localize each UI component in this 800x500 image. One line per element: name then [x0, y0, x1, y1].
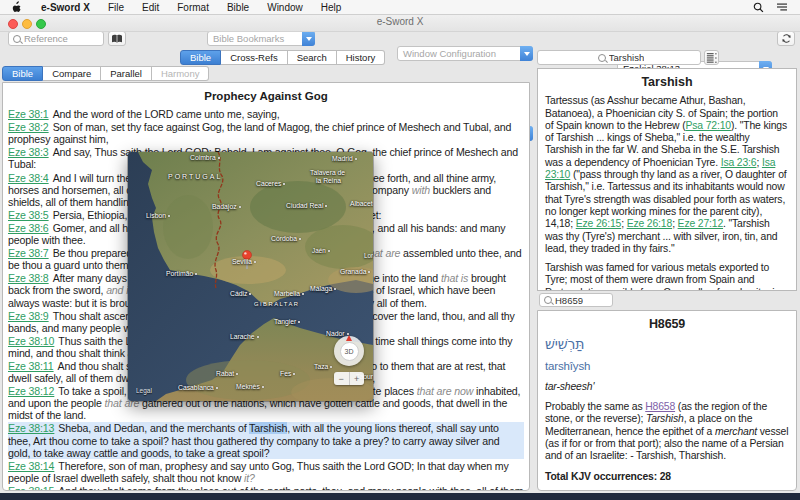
map-place-dot: [328, 250, 330, 252]
scripture-link[interactable]: H8658: [645, 401, 675, 412]
map-label: Lisbon: [146, 212, 170, 219]
map-place-name: Jaén: [312, 247, 326, 254]
bible-tabs: BibleCross-RefsSearchHistory: [180, 50, 385, 65]
verse-ref-link[interactable]: Eze 38:7: [8, 247, 49, 259]
apple-menu-icon[interactable]: [12, 1, 22, 13]
sync-icon: [781, 33, 792, 44]
magnifier-icon: [598, 54, 606, 62]
map-legal-link[interactable]: Legal: [136, 387, 152, 394]
map-label: Ciudad Real: [286, 202, 327, 209]
bible-book-button[interactable]: [108, 31, 126, 46]
verse-ref-link[interactable]: Eze 38:15: [8, 485, 54, 491]
view-tab-compare[interactable]: Compare: [43, 66, 101, 81]
verse-ref-link[interactable]: Eze 38:9: [8, 310, 49, 322]
verse-ref-link[interactable]: Eze 38:5: [8, 209, 49, 221]
map-label: Albacete: [350, 200, 373, 207]
view-tab-bible[interactable]: Bible: [2, 66, 43, 81]
dictionary-entry-title: Tarshish: [545, 76, 789, 88]
map-label: Caceres: [256, 180, 285, 187]
notification-center-icon[interactable]: [776, 2, 788, 12]
chevron-down-icon: [520, 46, 533, 61]
map-zoom-out-button[interactable]: −: [334, 372, 350, 385]
compass-3d-control[interactable]: 3D: [334, 336, 364, 366]
tab-cross-refs[interactable]: Cross-Refs: [221, 50, 288, 65]
map-place-name: PORTUGAL: [168, 173, 222, 180]
tab-history[interactable]: History: [337, 50, 386, 65]
menu-item[interactable]: Bible: [218, 2, 258, 13]
map-place-name: Taza: [314, 363, 328, 370]
map-place-dot: [218, 157, 220, 159]
verse-ref-link[interactable]: Eze 38:4: [8, 172, 49, 184]
text-run: Probably the same as: [545, 401, 645, 412]
verse-ref-link[interactable]: Eze 38:6: [8, 222, 49, 234]
sync-button[interactable]: [777, 31, 795, 46]
map-place-dot: [195, 273, 197, 275]
text-run: Therefore, son of man, prophesy and say …: [8, 460, 509, 484]
map-label: Tangier: [274, 318, 300, 325]
verse-ref-link[interactable]: Eze 38:13: [8, 422, 54, 434]
verse-ref-link[interactable]: Eze 38:11: [8, 360, 54, 372]
map-place-dot: [330, 366, 332, 368]
view-tabs: BibleCompareParallelHarmony: [2, 66, 209, 81]
scripture-link[interactable]: Eze 26:15: [576, 218, 621, 229]
strongs-pane: H8659 תַּרְשִׁישׁ tarshîysh tar-sheesh' …: [537, 310, 797, 491]
menu-item[interactable]: Format: [168, 2, 218, 13]
scripture-link[interactable]: Psa 72:10: [685, 120, 730, 131]
verse-ref-link[interactable]: Eze 38:8: [8, 272, 49, 284]
dictionary-search-field[interactable]: Tarshish: [537, 50, 701, 65]
scripture-link[interactable]: Eze 27:12: [678, 218, 723, 229]
map-label: Meknès: [236, 383, 264, 390]
map-place-name: Lisbon: [146, 212, 166, 219]
verse-ref-link[interactable]: Eze 38:3: [8, 146, 49, 158]
bible-bookmarks-select[interactable]: Bible Bookmarks: [207, 31, 315, 46]
strongs-search-field[interactable]: H8659: [539, 293, 613, 307]
dictionary-list-button[interactable]: [704, 50, 719, 65]
view-tab-harmony[interactable]: Harmony: [152, 66, 210, 81]
map-label: la Reina: [316, 177, 341, 184]
map-place-name: Sevilla: [232, 258, 252, 265]
highlighted-word: Tarshish: [249, 422, 287, 434]
menu-item[interactable]: File: [99, 2, 133, 13]
map-place-name: Larache: [230, 333, 255, 340]
menu-item[interactable]: Window: [258, 2, 312, 13]
spotlight-search-icon[interactable]: [753, 2, 764, 13]
map-place-dot: [299, 238, 301, 240]
window-configuration-select[interactable]: Window Configuration: [397, 46, 533, 61]
view-tab-parallel[interactable]: Parallel: [101, 66, 152, 81]
map-label: PORTUGAL: [168, 173, 222, 180]
verse-ref-link[interactable]: Eze 38:2: [8, 121, 49, 133]
strong-definition: Probably the same as H8658 (as the regio…: [545, 401, 789, 462]
map-label: Fes: [280, 370, 295, 377]
tab-search[interactable]: Search: [288, 50, 337, 65]
menu-item[interactable]: e-Sword X: [32, 2, 99, 13]
map-place-name: Córdoba: [271, 235, 297, 242]
map-zoom-in-button[interactable]: +: [350, 372, 365, 385]
map-place-name: Madrid: [332, 155, 353, 162]
map-place-dot: [236, 373, 238, 375]
map-place-dot: [262, 386, 264, 388]
map-place-name: Tangier: [274, 318, 296, 325]
map-label: Málaga: [310, 285, 336, 292]
menu-item[interactable]: Help: [312, 2, 351, 13]
map-place-name: Ciudad Real: [286, 202, 323, 209]
map-popup[interactable]: CoimbraMadridPORTUGALTalavera dela Reina…: [128, 152, 373, 401]
menu-item[interactable]: Edit: [133, 2, 168, 13]
map-label: Lorca: [364, 252, 373, 259]
scripture-link[interactable]: Isa 23:6: [721, 157, 757, 168]
strongs-number-title: H8659: [545, 318, 789, 330]
pronunciation: tar-sheesh': [545, 381, 789, 393]
bible-bookmarks-label: Bible Bookmarks: [213, 33, 284, 44]
scripture-link[interactable]: Eze 26:18: [627, 218, 672, 229]
map-label: Córdoba: [271, 235, 301, 242]
verse-ref-link[interactable]: Eze 38:14: [8, 460, 54, 472]
map-place-dot: [368, 271, 370, 273]
verse-ref-link[interactable]: Eze 38:1: [8, 108, 49, 120]
window-bottom-edge: [0, 493, 800, 500]
reference-search-field[interactable]: Reference: [8, 31, 104, 46]
map-place-name: Casablanca: [178, 384, 214, 391]
verse-ref-link[interactable]: Eze 38:12: [8, 385, 54, 397]
tab-bible[interactable]: Bible: [180, 50, 221, 65]
verse-ref-link[interactable]: Eze 38:10: [8, 335, 54, 347]
reference-placeholder: Reference: [24, 33, 68, 44]
map-label: Marbella: [274, 290, 304, 297]
